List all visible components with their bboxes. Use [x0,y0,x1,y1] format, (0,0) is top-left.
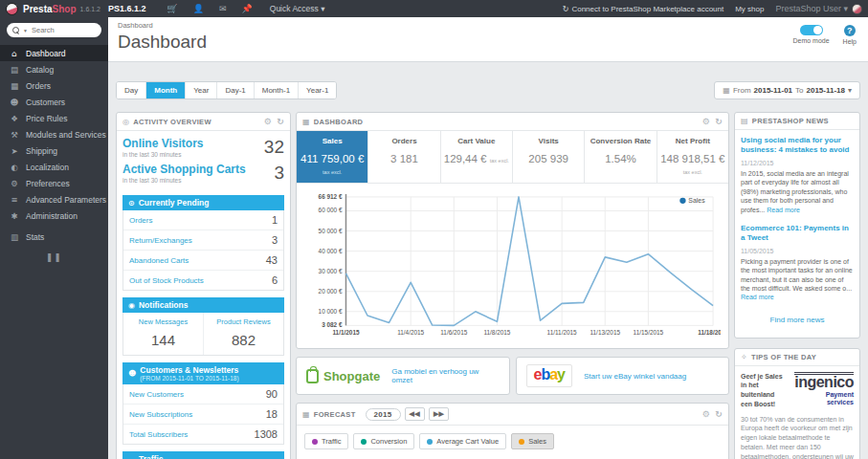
card-icon: ▦ [10,81,19,91]
previous-year-button[interactable]: ◀◀ [405,407,425,421]
kpi-tab-cart-value[interactable]: Cart Value129,44 € tax excl. [441,131,513,183]
shopgate-link[interactable]: Ga mobiel en verhoog uw omzet [391,367,499,384]
sidebar-search[interactable]: ▼ [7,23,101,37]
toggle-switch[interactable] [800,25,823,35]
new-messages-stat[interactable]: New Messages144 [123,313,203,355]
date-from-value: 2015-11-01 [754,86,792,95]
range-year-1-button[interactable]: Year-1 [299,82,336,98]
marketplace-connect-link[interactable]: ↻Connect to PrestaShop Marketplace accou… [563,5,723,13]
demo-mode-toggle[interactable]: Demo mode [792,25,829,44]
gear-icon[interactable]: ⚙ [702,117,710,126]
legend-sales-button[interactable]: Sales [511,433,554,449]
legend-avg-cart-value-button[interactable]: Average Cart Value [419,433,506,449]
list-item-abandoned-carts[interactable]: Abandoned Carts43 [123,251,283,271]
brand-name: PrestaShop [23,4,77,14]
refresh-icon[interactable]: ↻ [277,117,284,126]
search-scope-caret[interactable]: ▼ [23,28,28,33]
ebay-banner[interactable]: ebay Start uw eBay winkel vandaag [516,357,730,395]
sidebar-item-label: Administration [26,211,78,221]
sidebar-item-advanced-parameters[interactable]: ≡Advanced Parameters [0,191,108,208]
stat-label[interactable]: Online Visitors [122,137,203,150]
user-menu[interactable]: PrestaShop User ▾ [775,4,862,14]
sidebar-item-label: Modules and Services [26,130,106,140]
range-month-1-button[interactable]: Month-1 [255,82,299,98]
range-day-button[interactable]: Day [117,82,146,98]
customers-icon[interactable]: 👤 [193,4,204,13]
quick-access-menu[interactable]: Quick Access ▾ [270,4,325,13]
sidebar-item-administration[interactable]: ✱Administration [0,208,108,224]
dashboard-content: ◎ ACTIVITY OVERVIEW ⚙↻ Online Visitors i… [116,112,860,459]
list-item-new-subscriptions[interactable]: New Subscriptions18 [123,404,283,425]
sidebar-item-customers[interactable]: ☻Customers [0,94,108,110]
legend-conversion-button[interactable]: Conversion [353,433,414,449]
legend-traffic-button[interactable]: Traffic [304,433,348,449]
read-more-link[interactable]: Read more [741,294,854,300]
sidebar-collapse-button[interactable]: ❚❚ [0,252,108,262]
chevron-down-icon: ▾ [848,86,852,95]
sidebar-item-label: Dashboard [26,49,66,58]
sidebar-item-shipping[interactable]: ➤Shipping [0,142,108,159]
sidebar-item-label: Shipping [26,146,57,156]
forecast-year-button[interactable]: 2015 [366,408,401,421]
kpi-tab-conversion-rate[interactable]: Conversion Rate1.54% [585,131,657,183]
read-more-link[interactable]: Read more [767,207,800,213]
sidebar-item-stats[interactable]: ▥Stats [0,229,108,245]
mail-icon[interactable]: ✉ [219,4,227,13]
activity-icon: ◎ [122,118,129,126]
shopping-bag-icon [306,369,319,383]
kpi-tab-net-profit[interactable]: Net Profit148 918,51 € tax excl. [657,131,728,183]
kpi-tab-sales[interactable]: Sales411 759,00 € tax excl. [297,131,368,183]
product-reviews-stat[interactable]: Product Reviews882 [203,313,283,355]
help-button[interactable]: ? Help [843,25,857,45]
my-shop-link[interactable]: My shop [735,5,764,13]
svg-text:30 000 €: 30 000 € [319,268,343,274]
gear-icon[interactable]: ⚙ [264,117,272,126]
group-icon: ☻ [10,98,19,107]
list-item-out-of-stock[interactable]: Out of Stock Products6 [123,271,283,290]
traffic-dot-icon [312,439,318,445]
sales-dot-icon [519,439,524,445]
breadcrumb[interactable]: Dashboard [118,21,858,30]
gear-icon[interactable]: ⚙ [702,409,710,419]
article-title-link[interactable]: Ecommerce 101: Payments in a Tweet [741,224,854,244]
dashboard-panel: ▦ DASHBOARD ⚙↻ Sales411 759,00 € tax exc… [296,112,729,349]
sidebar-item-orders[interactable]: ▦Orders [0,77,108,94]
search-icon [12,27,19,33]
kpi-tab-visits[interactable]: Visits205 939 [513,131,585,183]
ebay-link[interactable]: Start uw eBay winkel vandaag [584,372,686,381]
shopgate-banner[interactable]: Shopgate Ga mobiel en verhoog uw omzet [296,357,510,395]
ingenico-logo[interactable]: ingenico Paymentservices [787,372,854,406]
pin-icon[interactable]: 📌 [242,4,253,13]
sidebar-item-preferences[interactable]: ⚙Preferences [0,175,108,191]
sidebar-item-price-rules[interactable]: ❖Price Rules [0,110,108,126]
sidebar-item-catalog[interactable]: ▤Catalog [0,61,108,77]
ingenico-sub-1: Payment [826,391,854,398]
sidebar-item-dashboard[interactable]: ⌂Dashboard [0,45,108,61]
stat-label[interactable]: Active Shopping Carts [122,163,246,176]
article-title-link[interactable]: Using social media for your business: 4 … [741,136,854,156]
kpi-tab-orders[interactable]: Orders3 181 [368,131,440,183]
list-item-new-customers[interactable]: New Customers90 [123,384,283,404]
shopgate-logo: Shopgate [306,369,380,383]
stat-value: 3 [274,163,284,184]
next-year-button[interactable]: ▶▶ [429,407,449,421]
date-range-picker[interactable]: ▦ From 2015-11-01 To 2015-11-18 ▾ [714,81,860,99]
search-input[interactable] [32,26,89,34]
cart-icon[interactable]: 🛒 [167,4,178,13]
list-item-returns[interactable]: Return/Exchanges3 [123,230,283,251]
prestashop-news-panel: ▤ PRESTASHOP NEWS Using social media for… [734,112,860,339]
sidebar-item-localization[interactable]: ◐Localization [0,159,108,175]
range-month-button[interactable]: Month [146,82,186,98]
refresh-icon[interactable]: ↻ [715,117,723,126]
svg-text:40 000 €: 40 000 € [319,248,343,254]
range-day-1-button[interactable]: Day-1 [217,82,254,98]
list-item-total-subscribers[interactable]: Total Subscribers1308 [123,425,283,444]
range-year-button[interactable]: Year [186,82,217,98]
sidebar-item-modules[interactable]: ⚒Modules and Services [0,126,108,142]
chart-svg: 3 082 €10 000 €20 000 €30 000 €40 000 €5… [300,189,721,342]
list-item-orders[interactable]: Orders1 [123,210,283,230]
find-more-news-link[interactable]: Find more news [741,310,854,332]
filter-bar: Day Month Year Day-1 Month-1 Year-1 ▦ Fr… [116,81,860,99]
refresh-icon[interactable]: ↻ [715,409,723,419]
prestashop-logo[interactable] [6,3,18,15]
